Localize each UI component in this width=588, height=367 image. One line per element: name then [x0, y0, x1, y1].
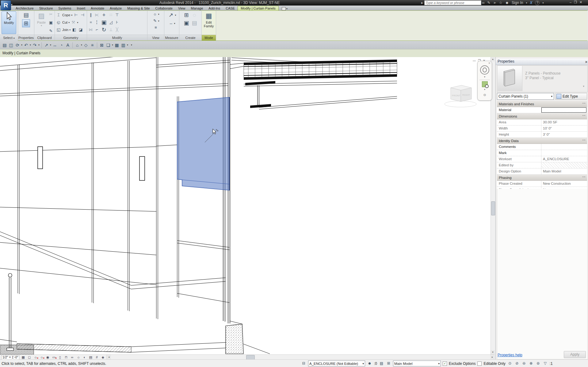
- visual-style-icon[interactable]: ◻: [27, 355, 32, 360]
- search-input[interactable]: [424, 0, 481, 5]
- tab-systems[interactable]: Systems: [55, 6, 74, 10]
- edit-family-button[interactable]: ▦ Edit Family: [203, 11, 215, 33]
- analytical-model-icon[interactable]: #: [94, 355, 99, 360]
- tag-by-category-icon[interactable]: ◔: [59, 42, 64, 48]
- properties-header[interactable]: Properties ✕: [496, 59, 588, 65]
- navbar-close-icon[interactable]: ✕: [488, 62, 491, 65]
- unlocked-view-icon[interactable]: ⊓: [64, 355, 68, 360]
- info-center-icon[interactable]: ➢: [493, 1, 496, 5]
- help-icon[interactable]: ?: [535, 1, 540, 5]
- cut-geometry-icon[interactable]: ◵: [56, 20, 61, 25]
- tab-analyze[interactable]: Analyze: [107, 6, 124, 10]
- aligned-dimension-icon[interactable]: ↔: [52, 42, 58, 48]
- measure-qat-icon[interactable]: ↗: [44, 42, 49, 48]
- steering-wheel-icon[interactable]: [480, 65, 489, 75]
- thin-lines-ribbon-icon[interactable]: ≡: [153, 25, 158, 30]
- viewcube-right-label[interactable]: RIGHT: [462, 94, 470, 96]
- cope-label[interactable]: Cope: [62, 13, 70, 17]
- paint-icon[interactable]: ◧: [71, 27, 77, 33]
- create-similar-icon[interactable]: ◌: [191, 11, 198, 19]
- horizontal-scrollbar[interactable]: ◂ ▸: [106, 355, 494, 360]
- navbar-collapse-icon[interactable]: ⊖: [483, 93, 486, 97]
- tab-massing-site[interactable]: Massing & Site: [124, 6, 152, 10]
- tab-structure[interactable]: Structure: [36, 6, 56, 10]
- worksharing-display-icon[interactable]: ◐: [82, 355, 87, 360]
- aligned-dimension-ribbon-icon[interactable]: ↔: [168, 21, 174, 26]
- default-3d-view-icon[interactable]: ⌂: [74, 42, 80, 48]
- design-option-combo[interactable]: Main Model ▾: [393, 361, 441, 366]
- split-face-icon[interactable]: ◪: [78, 27, 83, 33]
- copy-icon[interactable]: ▣: [48, 20, 54, 25]
- worksharing-icon[interactable]: ⊟: [301, 361, 306, 366]
- join-geometry-icon[interactable]: ◱: [56, 27, 61, 33]
- displacement-icon[interactable]: ◈: [101, 355, 105, 360]
- tab-case[interactable]: CASE: [223, 6, 238, 10]
- communication-center-icon[interactable]: ✎: [487, 1, 491, 5]
- vertical-scrollbar[interactable]: ▴ ▾: [491, 57, 495, 354]
- wall-join-icon[interactable]: ⊢: [73, 12, 79, 18]
- type-selector-caret-icon[interactable]: ▾: [583, 85, 584, 88]
- horizontal-scroll-thumb[interactable]: [246, 355, 255, 360]
- show-crop-region-icon[interactable]: ▯: [58, 355, 62, 360]
- scroll-up-icon[interactable]: ▴: [491, 57, 495, 61]
- door-pull-left[interactable]: [38, 147, 43, 169]
- worksets-dialog-icon[interactable]: ▤: [379, 361, 384, 366]
- scroll-left-icon[interactable]: ◂: [107, 355, 111, 359]
- viewcube-front-label[interactable]: FRONT: [452, 94, 460, 97]
- modify-tool-button[interactable]: Modify: [2, 11, 16, 34]
- undo-icon[interactable]: ↶: [23, 42, 29, 48]
- scroll-down-icon[interactable]: ▾: [491, 350, 495, 354]
- view-minimize-icon[interactable]: —: [473, 59, 476, 62]
- pin-icon[interactable]: ⊥: [108, 27, 114, 33]
- tab-modify-curtain-panels[interactable]: Modify | Curtain Panels: [238, 6, 279, 10]
- tab-annotate[interactable]: Annotate: [88, 6, 107, 10]
- close-hidden-windows-icon[interactable]: ⊠: [99, 42, 105, 48]
- split-icon[interactable]: ╎: [94, 20, 100, 25]
- rotate-icon[interactable]: ↻: [100, 26, 108, 33]
- customize-qat-icon[interactable]: ▾: [131, 44, 132, 46]
- rendering-dialog-icon[interactable]: ◉: [45, 355, 50, 360]
- window-minimize-button[interactable]: –: [570, 0, 571, 4]
- selection-filter-icon[interactable]: ▽: [543, 361, 548, 366]
- temp-view-properties-icon[interactable]: ▤: [88, 355, 93, 360]
- section-materials-finishes[interactable]: Materials and Finishes⌃⌃: [497, 101, 587, 107]
- measure-tool-icon[interactable]: ↗: [167, 11, 174, 19]
- search-go-icon[interactable]: ▶: [421, 2, 423, 4]
- panel-select-label[interactable]: Select ▾: [0, 35, 18, 41]
- viewcube[interactable]: FRONT RIGHT: [445, 85, 476, 107]
- tile-windows-icon[interactable]: ▦: [114, 42, 120, 48]
- active-workset-combo[interactable]: A_ENCLOSURE (Not Editable) ▾: [308, 361, 365, 366]
- tab-manage[interactable]: Manage: [188, 6, 206, 10]
- drag-on-selection-icon[interactable]: ⊜: [536, 361, 541, 366]
- comments-value-field[interactable]: [541, 144, 587, 150]
- scroll-right-icon[interactable]: ▸: [490, 355, 494, 359]
- mark-value-field[interactable]: [541, 150, 587, 156]
- selection-box-icon[interactable]: ⊞: [183, 11, 190, 19]
- redo-icon[interactable]: ↷: [32, 42, 37, 48]
- door-pull-right[interactable]: [139, 156, 145, 180]
- linework-icon[interactable]: ✎: [152, 18, 158, 24]
- ribbon-display-toggle[interactable]: ▾: [282, 7, 288, 10]
- thin-lines-icon[interactable]: ≡: [90, 42, 95, 48]
- favorites-icon[interactable]: ☆: [499, 1, 502, 5]
- match-type-icon[interactable]: ✎: [48, 28, 54, 34]
- element-filter-combo[interactable]: Curtain Panels (1) ▾: [497, 93, 554, 100]
- user-interface-icon[interactable]: ▥: [120, 42, 126, 48]
- cut-label[interactable]: Cut: [62, 21, 67, 24]
- save-icon[interactable]: ◫: [8, 42, 14, 48]
- detail-level-icon[interactable]: ▦: [21, 355, 25, 360]
- sign-in-label[interactable]: Sign In: [512, 1, 523, 5]
- zoom-caret-icon[interactable]: ▾: [484, 88, 485, 91]
- section-phasing[interactable]: Phasing⌃⌃: [497, 175, 587, 181]
- type-selector[interactable]: Z Panels - Penthouse 3" Panel - Typical …: [497, 65, 588, 92]
- demolish-icon[interactable]: ⚒: [71, 20, 76, 25]
- window-close-button[interactable]: ✕: [579, 0, 582, 4]
- window-restore-button[interactable]: ❐: [574, 0, 577, 4]
- select-links-icon[interactable]: ⊙: [507, 361, 513, 366]
- shadows-icon[interactable]: ☼: [39, 355, 44, 360]
- apply-button[interactable]: Apply: [564, 351, 586, 358]
- cut-clipboard-icon[interactable]: ✂: [48, 12, 54, 17]
- mirror-axis-icon[interactable]: ⋈: [88, 27, 94, 33]
- scale-button[interactable]: 1/2" = 1'-0": [1, 355, 19, 360]
- zoom-tool-icon[interactable]: [482, 81, 488, 87]
